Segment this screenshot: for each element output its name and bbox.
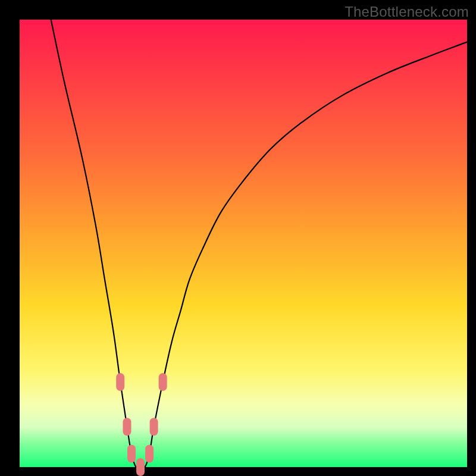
marker-pill: [159, 373, 167, 391]
curve-markers: [116, 373, 167, 476]
marker-pill: [136, 458, 145, 476]
curve-line: [51, 20, 467, 468]
attribution-label: TheBottleneck.com: [345, 4, 469, 20]
marker-pill: [127, 444, 136, 462]
plot-area: [20, 20, 467, 467]
marker-pill: [150, 418, 158, 436]
chart-frame: TheBottleneck.com: [0, 0, 476, 476]
chart-svg: [20, 20, 467, 467]
marker-pill: [123, 418, 131, 436]
marker-pill: [145, 444, 154, 462]
marker-pill: [116, 373, 124, 391]
